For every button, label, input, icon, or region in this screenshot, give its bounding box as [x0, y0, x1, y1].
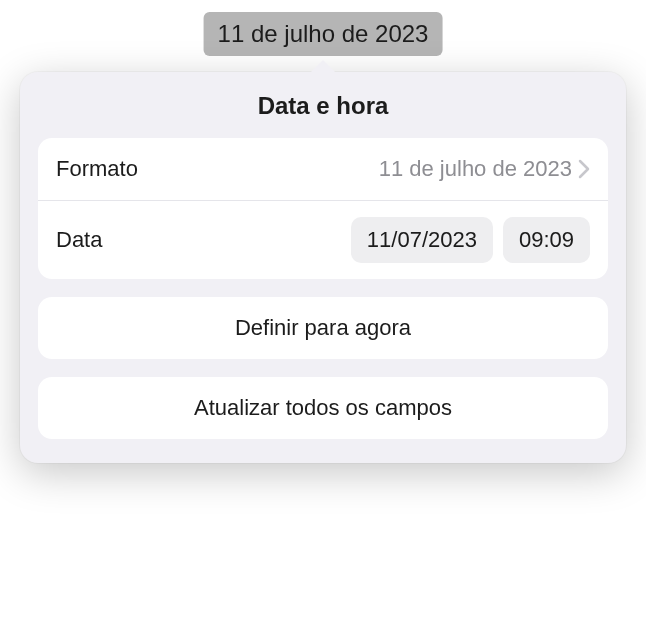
- popover-wrap: Data e hora Formato 11 de julho de 2023 …: [20, 60, 626, 463]
- set-to-now-button[interactable]: Definir para agora: [38, 297, 608, 359]
- format-value: 11 de julho de 2023: [379, 156, 572, 182]
- format-right: 11 de julho de 2023: [379, 156, 590, 182]
- date-token-text: 11 de julho de 2023: [218, 20, 429, 47]
- format-row[interactable]: Formato 11 de julho de 2023: [38, 138, 608, 200]
- date-token[interactable]: 11 de julho de 2023: [204, 12, 443, 56]
- update-all-fields-button[interactable]: Atualizar todos os campos: [38, 377, 608, 439]
- date-time-popover: Data e hora Formato 11 de julho de 2023 …: [20, 72, 626, 463]
- date-row: Data 11/07/2023 09:09: [38, 200, 608, 279]
- date-right: 11/07/2023 09:09: [341, 217, 590, 263]
- date-picker[interactable]: 11/07/2023: [351, 217, 493, 263]
- time-picker[interactable]: 09:09: [503, 217, 590, 263]
- date-label: Data: [56, 227, 341, 253]
- update-all-fields-label: Atualizar todos os campos: [194, 395, 452, 420]
- format-label: Formato: [56, 156, 379, 182]
- date-value: 11/07/2023: [367, 227, 477, 252]
- set-to-now-label: Definir para agora: [235, 315, 411, 340]
- chevron-right-icon: [578, 159, 590, 179]
- time-value: 09:09: [519, 227, 574, 252]
- settings-card: Formato 11 de julho de 2023 Data 11/07/2…: [38, 138, 608, 279]
- popover-arrow: [309, 60, 337, 74]
- popover-title: Data e hora: [38, 92, 608, 120]
